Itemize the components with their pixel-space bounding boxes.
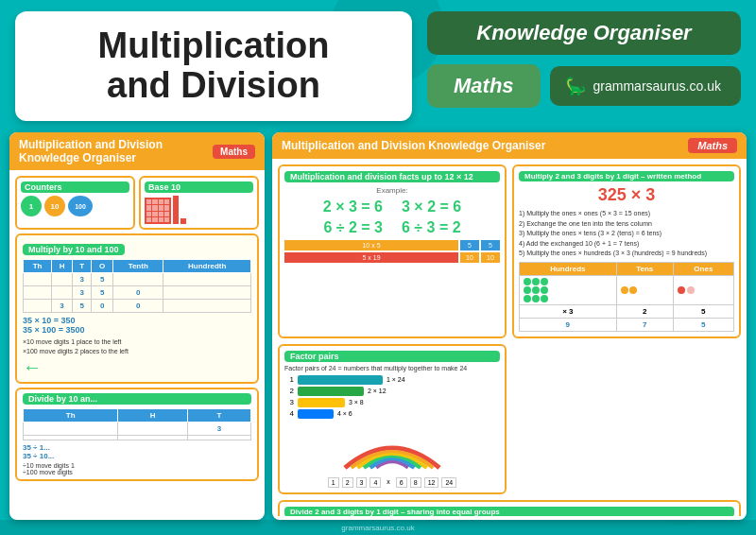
eq3: 6 ÷ 2 = 3	[323, 219, 383, 236]
maths-badge: Maths	[427, 64, 541, 108]
multiply-grid-table: HundredsTensOnes	[519, 262, 734, 332]
factor-bars: 1 1 × 24 2 2 × 12 3 3 × 8	[284, 375, 500, 419]
main-title: Multiplication and Division	[98, 26, 330, 106]
knowledge-organiser-badge: Knowledge Organiser	[427, 11, 741, 55]
divide-section-right: Divide 2 and 3 digits by 1 digit – shari…	[278, 500, 741, 517]
base10-hundred	[145, 198, 171, 224]
factor-bar-3: 3 3 × 8	[284, 398, 500, 407]
factor-bar-4: 4 4 × 6	[284, 409, 500, 419]
eq2: 3 × 2 = 6	[402, 198, 461, 216]
right-worksheet-body: Multiplication and division facts up to …	[272, 159, 747, 516]
counter-1: 1	[21, 196, 42, 216]
worksheet-left: Multiplication and Division Knowledge Or…	[9, 132, 265, 520]
base10-section: Base 10	[139, 176, 259, 230]
bar-fill-4	[298, 409, 334, 419]
base10-one	[180, 218, 186, 224]
multiply-equations: 35 × 10 = 350 35 × 100 = 3500	[23, 316, 251, 335]
left-worksheet-body: Counters 1 10 100 Base 10	[9, 170, 265, 487]
right-header-title: Multiplication and Division Knowledge Or…	[282, 139, 680, 152]
dino-icon: 🦕	[565, 76, 586, 96]
base10-title: Base 10	[145, 181, 253, 193]
bar-fill-3	[298, 398, 345, 407]
multiply-written-section: Multiply 2 and 3 digits by 1 digit – wri…	[512, 164, 741, 338]
multiply-title: Multiply by 10 and 100	[23, 244, 125, 255]
grid-numbers: 1 2 3 4 x 6 8 12 24	[284, 477, 500, 488]
counters-section: Counters 1 10 100	[15, 176, 135, 230]
bar-fill-2	[298, 387, 364, 396]
counter-10: 10	[44, 196, 65, 216]
bar-fill-1	[298, 375, 383, 385]
divide-section: Divide by 10 an... ThHT 3 35 ÷ 1... 35 ÷…	[15, 388, 259, 481]
eq1: 2 × 3 = 6	[323, 198, 383, 216]
factor-bar-1: 1 1 × 24	[284, 375, 500, 385]
place-value-table: ThHTOTenthHundredth 35 350 3500	[23, 259, 251, 313]
example-label: Example:	[284, 186, 500, 195]
arrow-left-icon: ←	[23, 356, 251, 378]
right-header: Knowledge Organiser Maths 🦕 grammarsauru…	[427, 11, 741, 121]
equations-display: 2 × 3 = 6 3 × 2 = 6	[284, 198, 500, 216]
divide-notes: ÷10 move digits 1 ÷100 move digits	[23, 462, 251, 475]
eq4: 6 ÷ 3 = 2	[402, 219, 461, 236]
factor-section: Factor pairs Factor pairs of 24 = number…	[278, 344, 507, 494]
title-box: Multiplication and Division	[15, 11, 412, 121]
multiply-section: Multiply by 10 and 100 ThHTOTenthHundred…	[15, 233, 259, 384]
grammar-badge: 🦕 grammarsaurus.co.uk	[550, 66, 741, 106]
base10-display	[145, 196, 253, 224]
divide-right-title: Divide 2 and 3 digits by 1 digit – shari…	[284, 507, 734, 517]
worksheet-right: Multiplication and Division Knowledge Or…	[272, 132, 747, 520]
counters-title: Counters	[21, 181, 129, 193]
maths-tag-right: Maths	[688, 138, 737, 153]
factor-desc: Factor pairs of 24 = numbers that multip…	[284, 365, 500, 371]
factor-bar-2: 2 2 × 12	[284, 387, 500, 396]
facts-title: Multiplication and division facts up to …	[284, 171, 500, 182]
bar-model-hint: 10 x 5 5 5 5 x 19 10 10	[284, 240, 500, 263]
equations-display2: 6 ÷ 2 = 3 6 ÷ 3 = 2	[284, 219, 500, 236]
factor-title: Factor pairs	[284, 351, 500, 362]
divide-eqs: 35 ÷ 1... 35 ÷ 10...	[23, 443, 251, 460]
base10-ten	[173, 196, 179, 224]
left-worksheet-header: Multiplication and Division Knowledge Or…	[9, 132, 265, 170]
divide-title: Divide by 10 an...	[23, 393, 251, 405]
right-worksheet-header: Multiplication and Division Knowledge Or…	[272, 132, 747, 159]
bottom-badges: Maths 🦕 grammarsaurus.co.uk	[427, 64, 741, 108]
counters-display: 1 10 100	[21, 196, 129, 216]
multiply-written-title: Multiply 2 and 3 digits by 1 digit – wri…	[519, 171, 734, 181]
maths-tag-left: Maths	[213, 145, 255, 159]
multiply-notes: ×10 move digits 1 place to the left ×100…	[23, 337, 251, 356]
multiply-big-equation: 325 × 3	[519, 185, 734, 205]
divide-place-table: ThHT 3	[23, 408, 251, 440]
counter-100: 100	[68, 196, 93, 216]
rainbow-arc	[284, 424, 500, 472]
left-header-title: Multiplication and Division Knowledge Or…	[19, 138, 205, 164]
step-list: 1) Multiply the ones × ones (5 × 3 = 15 …	[519, 209, 734, 259]
facts-section: Multiplication and division facts up to …	[278, 164, 507, 338]
